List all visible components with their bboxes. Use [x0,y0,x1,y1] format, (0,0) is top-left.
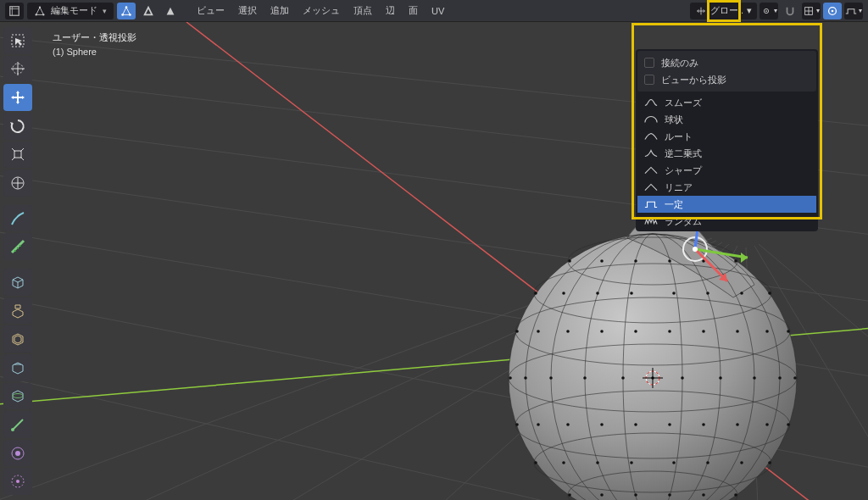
tool-measure[interactable] [3,233,32,260]
chevron-down-icon: ▾ [859,7,862,14]
svg-point-53 [719,376,722,380]
falloff-project-from-view[interactable]: ビューから投影 [637,71,816,88]
falloff-connected-only[interactable]: 接続のみ [637,54,816,71]
tool-annotate[interactable] [3,205,32,232]
select-mode-edge[interactable] [139,3,158,19]
snap-toggle[interactable] [781,3,799,19]
svg-point-99 [568,493,571,497]
svg-point-3 [35,14,36,15]
menu-uv[interactable]: UV [426,3,449,19]
transform-orientation-dropdown[interactable]: グロー.. ▾ [690,3,757,19]
menu-select[interactable]: 選択 [233,3,262,19]
svg-line-124 [20,148,24,152]
svg-point-63 [702,330,705,333]
svg-point-76 [600,259,604,263]
svg-point-61 [634,330,637,333]
tool-rotate[interactable] [3,113,32,140]
svg-point-96 [706,461,709,464]
svg-point-6 [121,14,124,16]
tool-move[interactable] [3,84,32,111]
svg-point-15 [832,9,834,12]
sphere-curve-icon [644,114,658,125]
editor-type-dropdown[interactable] [5,3,24,19]
falloff-item-sphere[interactable]: 球状 [637,111,816,128]
svg-point-68 [562,292,565,295]
svg-line-126 [20,157,24,160]
falloff-item-sharp[interactable]: シャープ [637,162,816,179]
svg-point-62 [668,330,671,333]
svg-point-97 [740,461,743,464]
tool-cursor[interactable] [3,56,32,83]
falloff-item-root[interactable]: ルート [637,128,816,145]
snap-dropdown[interactable]: ▾ [802,3,821,19]
falloff-item-linear[interactable]: リニア [637,179,816,196]
falloff-item-label: スムーズ [665,97,702,109]
smooth-curve-icon [644,97,658,108]
select-mode-face[interactable] [161,3,180,19]
proportional-edit-toggle[interactable] [823,3,842,19]
menu-face[interactable]: 面 [403,3,423,19]
chevron-down-icon: ▾ [747,5,752,16]
tool-bevel[interactable] [3,354,32,381]
svg-point-55 [778,376,782,380]
svg-point-91 [534,461,537,464]
svg-point-48 [549,376,553,380]
checkbox-label: ビューから投影 [661,74,726,86]
viewport[interactable]: ユーザー・透視投影 (1) Sphere 接続のみ ビューから投影 スムーズ球状… [0,22,868,500]
tool-transform[interactable] [3,169,32,197]
falloff-item-smooth[interactable]: スムーズ [637,94,816,111]
tool-poly-build[interactable] [3,440,32,467]
tool-add-cube[interactable] [3,269,32,296]
tool-inset[interactable] [3,325,32,353]
checkbox-icon [644,75,654,85]
select-mode-vertex[interactable] [117,3,136,19]
svg-point-7 [129,14,131,16]
falloff-item-invsq[interactable]: 逆二乗式 [637,145,816,162]
checkbox-icon [644,58,654,68]
svg-point-57 [515,330,519,333]
proportional-falloff-panel: 接続のみ ビューから投影 スムーズ球状ルート逆二乗式シャープリニア一定ランダム [636,49,818,231]
svg-point-4 [42,14,44,15]
menu-edge[interactable]: 辺 [381,3,400,19]
svg-point-49 [583,376,587,380]
svg-point-33 [509,234,797,500]
svg-point-77 [634,259,637,263]
tool-extrude[interactable] [3,297,32,325]
svg-point-67 [534,292,537,295]
svg-point-89 [765,423,769,426]
tool-knife[interactable] [3,411,32,438]
falloff-item-random[interactable]: ランダム [637,213,816,230]
falloff-item-label: 逆二乗式 [665,147,702,160]
tool-scale[interactable] [3,142,32,169]
falloff-item-label: リニア [665,181,693,194]
svg-point-129 [13,394,23,398]
menu-mesh[interactable]: メッシュ [298,3,345,19]
invsq-curve-icon [644,148,658,158]
menu-vertex[interactable]: 頂点 [348,3,377,19]
tool-loop-cut[interactable] [3,383,32,410]
svg-point-98 [768,461,771,464]
svg-point-66 [787,330,790,333]
linear-curve-icon [644,182,658,192]
svg-point-83 [566,423,570,426]
proportional-falloff-dropdown[interactable]: ▾ [844,3,863,19]
menu-view[interactable]: ビュー [192,3,230,19]
transform-orientation-label: グロー.. [710,4,743,17]
svg-point-90 [787,423,790,426]
svg-point-102 [668,493,671,497]
tool-spin[interactable] [3,468,32,495]
svg-point-59 [566,330,570,333]
mode-select[interactable]: 編集モード ▾ [27,3,114,19]
svg-point-134 [16,480,19,483]
tool-select-box[interactable] [3,27,32,54]
svg-point-78 [668,259,671,263]
svg-point-72 [706,292,709,295]
menu-add[interactable]: 追加 [265,3,294,19]
falloff-item-constant[interactable]: 一定 [637,196,816,213]
svg-point-5 [39,6,41,8]
chevron-down-icon: ▾ [816,7,820,14]
pivot-point-dropdown[interactable]: ▾ [760,3,778,19]
mode-label: 編集モード [51,4,97,17]
svg-point-69 [596,292,599,295]
svg-point-93 [596,461,599,464]
